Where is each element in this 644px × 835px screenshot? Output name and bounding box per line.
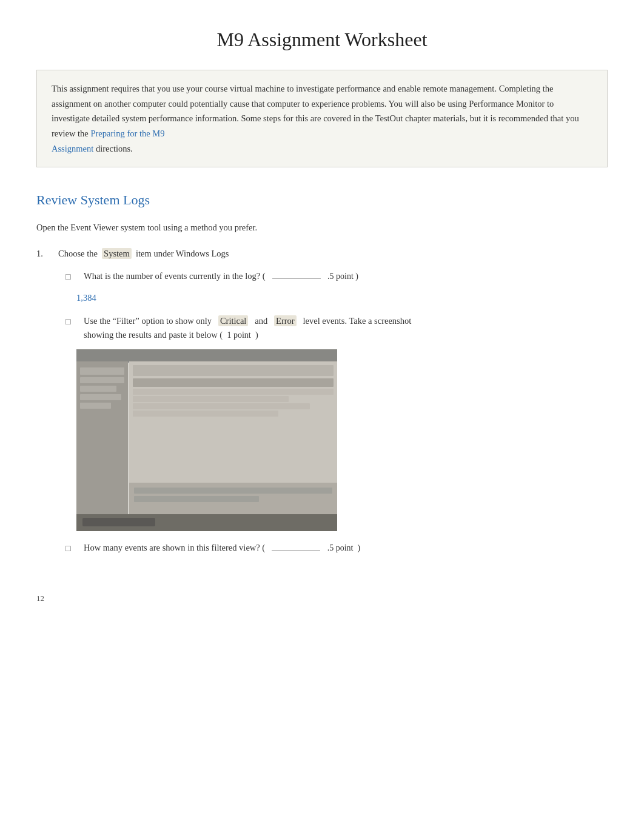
critical-highlight: Critical [218,315,249,326]
footer-bar-item [82,518,155,526]
screenshot-sidebar [76,361,128,531]
section-review-system-logs: Review System Logs Open the Event Viewer… [36,189,608,555]
answer-value-1384: 1,384 [76,291,608,305]
bullet-a: □ [65,270,76,284]
answer-input-events[interactable] [272,269,321,279]
sub-item-filter-screenshot: □ Use the “Filter” option to show only C… [65,314,608,343]
table-row-1 [133,389,334,395]
screenshot-table-header [133,378,334,387]
sub-item-events-count: □ What is the number of events currently… [65,269,608,284]
screenshot-topbar [76,349,337,361]
sidebar-row-5 [80,403,111,409]
screenshot-toolbar-row [133,365,334,376]
sub-text-filter: Use the “Filter” option to show only Cri… [84,314,608,343]
intro-box: This assignment requires that you use yo… [36,70,608,167]
sub-item-filtered-count: □ How many events are shown in this filt… [65,541,608,555]
intro-text: This assignment requires that you use yo… [52,81,592,156]
intro-end: directions. [96,144,133,153]
section-title-review-logs: Review System Logs [36,189,608,210]
item-number-1: 1. [36,247,51,261]
sidebar-row-1 [80,367,124,375]
error-highlight: Error [274,315,297,326]
screenshot-main-area [129,361,337,531]
system-highlight: System [102,248,132,259]
sub-text-events: What is the number of events currently i… [84,269,608,283]
assignment-link[interactable]: Assignment [52,144,93,153]
sidebar-row-3 [80,386,116,392]
numbered-item-1: 1. Choose the System item under Windows … [36,247,608,261]
section-intro-text: Open the Event Viewer system tool using … [36,221,608,235]
detail-row-1 [134,488,332,494]
page-container: M9 Assignment Worksheet This assignment … [0,0,644,653]
screenshot-placeholder [76,349,337,531]
detail-row-2 [134,496,259,502]
item-text-1: Choose the System item under Windows Log… [58,247,229,261]
point-badge-b: 1 point [227,330,250,340]
sub-text-filtered: How many events are shown in this filter… [84,541,608,555]
page-title: M9 Assignment Worksheet [36,24,608,55]
table-row-3 [133,403,310,409]
preparing-link[interactable]: Preparing for the M9 [90,129,164,138]
screenshot-footer-bar [76,514,337,531]
point-badge-a: .5 point ) [327,272,358,281]
answer-input-filtered[interactable] [272,541,320,551]
table-row-4 [133,411,278,417]
page-number: 12 [36,592,608,605]
sidebar-row-4 [80,394,121,400]
point-badge-c: .5 point ) [327,543,360,552]
bullet-c: □ [65,542,76,555]
sidebar-row-2 [80,377,124,383]
bullet-b: □ [65,315,76,329]
table-row-2 [133,396,289,402]
